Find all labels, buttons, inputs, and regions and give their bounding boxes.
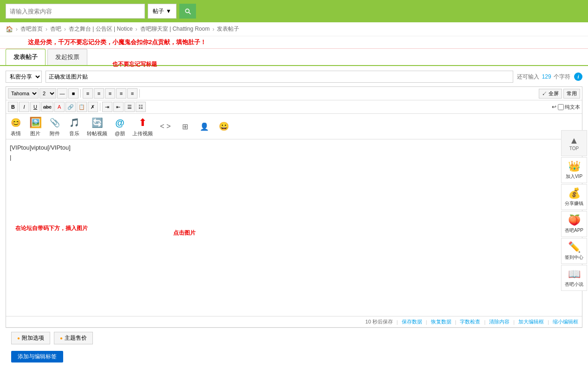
breadcrumb-link-chatroom[interactable]: 杏吧聊天室 | Chatting Room (140, 25, 210, 33)
em-dash-btn[interactable]: — (57, 88, 67, 99)
save-data-link[interactable]: 保存数据 (402, 318, 422, 325)
app-button[interactable]: 🍑 杏吧APP (561, 211, 587, 237)
enlarge-editor-link[interactable]: 加大编辑框 (518, 318, 544, 325)
italic-btn[interactable]: I (19, 102, 29, 112)
privacy-select[interactable]: 私密分享 公开分享 (6, 71, 42, 83)
right-sidebar: ▲ TOP 👑 加入VIP 💰 分享赚钱 🍑 杏吧APP ✏️ 签到中心 📖 杏… (560, 130, 588, 291)
main-content: 私密分享 公开分享 也不要忘记写标题 还可输入 129 个字符 i Tahoma… (0, 66, 588, 369)
indent-btn[interactable]: ⇥ (102, 102, 112, 112)
toolbar-sep2 (139, 89, 140, 98)
plain-text-checkbox[interactable] (558, 104, 564, 110)
code-button[interactable]: < > (158, 119, 172, 133)
notice-bar: 这是分类，千万不要忘记分类，小魔鬼会扣你2点贡献，填饱肚子！ (0, 36, 588, 49)
editor-body[interactable]: [VIPtou]viptou[/VIPtou] | 在论坛自带码下方，插入图片 … (6, 139, 582, 316)
align-right-btn[interactable]: ≡ (105, 88, 115, 99)
font-family-select[interactable]: Tahoma Arial (8, 88, 39, 99)
home-icon[interactable]: 🏠 (6, 26, 13, 33)
editor-content: [VIPtou]viptou[/VIPtou] | (10, 143, 578, 160)
attach-options-button[interactable]: 附加选项 (11, 332, 50, 344)
breadcrumb-link-notice[interactable]: 杏之舞台 | 公告区 | Notice (69, 25, 133, 33)
clear-format-btn[interactable]: ✗ (88, 102, 98, 112)
align-center-btn[interactable]: ≡ (94, 88, 104, 99)
breadcrumb-link-xingba[interactable]: 杏吧 (50, 25, 61, 33)
copy-btn[interactable]: 📋 (77, 102, 87, 112)
editor-footer: 10 秒后保存 | 保存数据 | 恢复数据 | 字数检查 | 清除内容 | 加大… (6, 316, 582, 327)
tag-row: 添加与编辑标签 (6, 348, 582, 365)
clear-content-link[interactable]: 清除内容 (489, 318, 510, 325)
search-submit-button[interactable] (179, 4, 196, 19)
tab-bar: 发表帖子 发起投票 (0, 49, 588, 66)
strikethrough-btn[interactable]: abc (41, 102, 53, 112)
underline-btn[interactable]: U (30, 102, 40, 112)
emoji-button[interactable]: 😊 表情 (9, 116, 23, 137)
toolbar-sep3 (100, 103, 100, 111)
repost-video-button[interactable]: 🔄 转帖视频 (87, 116, 107, 137)
sticker-button[interactable]: 😀 (217, 119, 231, 133)
novel-button[interactable]: 📖 杏吧小说 (561, 265, 587, 291)
plain-text-checkbox-label[interactable]: 纯文本 (558, 104, 580, 111)
font-color-btn[interactable]: A (54, 102, 65, 112)
forum-code-annotation: 在论坛自带码下方，插入图片 (15, 224, 88, 232)
info-icon[interactable]: i (574, 72, 582, 81)
align-left-btn[interactable]: ≡ (83, 88, 93, 99)
music-button[interactable]: 🎵 音乐 (67, 116, 81, 137)
checkin-button[interactable]: ✏️ 签到中心 (561, 238, 587, 264)
link-btn[interactable]: 🔗 (65, 102, 76, 112)
bold-btn[interactable]: B (8, 102, 18, 112)
align-justify-btn[interactable]: ≡ (116, 88, 126, 99)
word-check-link[interactable]: 字数检查 (460, 318, 480, 325)
image-button[interactable]: 🖼️ 图片 (28, 116, 42, 137)
title-input[interactable] (46, 71, 513, 83)
toolbar-row2: B I U abc A 🔗 📋 ✗ ⇥ ⇤ ☰ ☷ ↩ 纯文本 (6, 100, 582, 114)
ul-btn[interactable]: ☰ (124, 102, 135, 112)
topic-price-button[interactable]: 主题售价 (54, 332, 93, 344)
breadcrumb: 🏠 › 杏吧首页 › 杏吧 › 杏之舞台 | 公告区 | Notice › 杏吧… (0, 22, 588, 36)
search-input[interactable] (6, 4, 145, 19)
add-edit-tag-button[interactable]: 添加与编辑标签 (11, 351, 63, 362)
table-button[interactable]: ⊞ (178, 119, 192, 133)
share-earn-button[interactable]: 💰 分享赚钱 (561, 184, 587, 210)
font-size-select[interactable]: 2 1 3 (39, 88, 56, 99)
click-image-annotation: 点击图片 (173, 229, 196, 237)
normal-view-button[interactable]: 常用 (563, 89, 580, 99)
breadcrumb-link-post[interactable]: 发表帖子 (217, 25, 239, 33)
restore-data-link[interactable]: 恢复数据 (431, 318, 451, 325)
editor-container: Tahoma Arial 2 1 3 — ■ ≡ ≡ ≡ ≡ ≡ (6, 86, 582, 328)
search-type-button[interactable]: 帖子 ▼ (148, 4, 176, 19)
bottom-buttons: 附加选项 主题售价 (6, 328, 582, 348)
at-friend-button[interactable]: @ @朋 (113, 116, 127, 137)
outdent-btn[interactable]: ⇤ (113, 102, 124, 112)
shrink-editor-link[interactable]: 缩小编辑框 (553, 318, 578, 325)
toolbar-row1: Tahoma Arial 2 1 3 — ■ ≡ ≡ ≡ ≡ ≡ (6, 87, 582, 100)
toolbar-sep1 (80, 89, 81, 98)
ol-btn[interactable]: ☷ (136, 102, 146, 112)
tab-post[interactable]: 发表帖子 (6, 49, 46, 65)
block-btn[interactable]: ■ (68, 88, 78, 99)
align-btn5[interactable]: ≡ (127, 88, 137, 99)
upload-video-button[interactable]: ⬆ 上传视频 (132, 116, 153, 137)
tab-vote[interactable]: 发起投票 (47, 49, 87, 65)
fullscreen-button[interactable]: ↙ 全屏 (539, 89, 562, 99)
media-toolbar: 😊 表情 🖼️ 图片 📎 附件 🎵 音乐 🔄 转帖视频 (6, 114, 582, 139)
attachment-button[interactable]: 📎 附件 (48, 116, 62, 137)
join-vip-button[interactable]: 👑 加入VIP (561, 157, 587, 183)
breadcrumb-link-home[interactable]: 杏吧首页 (20, 25, 43, 33)
scroll-top-button[interactable]: ▲ TOP (561, 130, 587, 156)
avatar-button[interactable]: 👤 (197, 119, 211, 133)
